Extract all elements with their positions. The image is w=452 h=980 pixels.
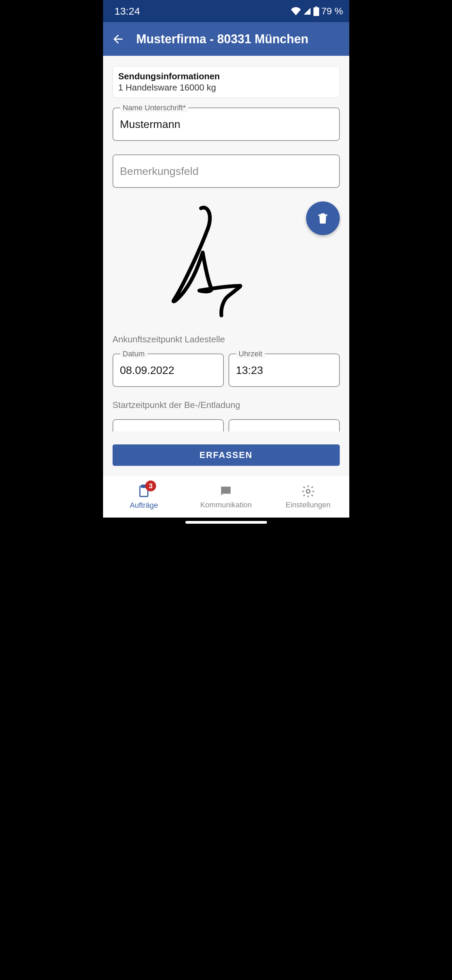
remark-placeholder: Bemerkungsfeld — [120, 165, 198, 178]
status-bar: 13:24 79 % — [103, 0, 349, 22]
signature-name-label: Name Unterschrift* — [120, 103, 189, 112]
arrival-date-value: 08.09.2022 — [120, 364, 174, 377]
arrival-date-label: Datum — [120, 350, 147, 358]
svg-point-4 — [306, 489, 310, 493]
start-time-field[interactable] — [228, 419, 340, 431]
start-date-field[interactable] — [113, 419, 224, 431]
arrival-time-value: 13:23 — [236, 364, 263, 377]
app-bar: Musterfirma - 80331 München — [103, 22, 349, 56]
arrival-section-label: Ankunftszeitpunkt Ladestelle — [113, 334, 340, 345]
shipment-info-subtitle: 1 Handelsware 16000 kg — [118, 82, 334, 93]
remark-field[interactable]: Bemerkungsfeld — [113, 154, 340, 188]
chat-icon — [219, 484, 233, 498]
battery-icon — [313, 6, 319, 16]
nav-communication[interactable]: Kommunikation — [185, 476, 267, 517]
page-title: Musterfirma - 80331 München — [136, 32, 308, 46]
delete-signature-button[interactable] — [306, 202, 340, 235]
wifi-icon — [291, 7, 301, 15]
battery-percent: 79 % — [321, 6, 343, 17]
gesture-pill — [186, 521, 267, 524]
trash-icon — [316, 211, 330, 226]
nav-settings-label: Einstellungen — [286, 501, 331, 509]
nav-orders-label: Aufträge — [130, 501, 158, 510]
start-section-label: Startzeitpunkt der Be-/Entladung — [113, 400, 340, 410]
back-button[interactable] — [109, 30, 127, 48]
signature-name-field[interactable]: Name Unterschrift* Mustermann — [113, 108, 340, 141]
shipment-info-title: Sendungsinformationen — [118, 71, 334, 82]
shipment-info-card[interactable]: Sendungsinformationen 1 Handelsware 1600… — [113, 66, 340, 98]
gear-icon — [301, 484, 315, 498]
nav-settings[interactable]: Einstellungen — [267, 476, 349, 517]
arrival-date-field[interactable]: Datum 08.09.2022 — [113, 353, 224, 387]
signature-name-value: Mustermann — [120, 118, 181, 130]
submit-button[interactable]: ERFASSEN — [113, 444, 340, 466]
status-time: 13:24 — [114, 5, 140, 17]
signature-area[interactable] — [113, 202, 340, 324]
gesture-bar — [103, 517, 349, 531]
signal-icon — [303, 7, 311, 15]
svg-rect-1 — [315, 6, 317, 8]
arrow-left-icon — [111, 32, 125, 46]
nav-orders[interactable]: 3 Aufträge — [103, 476, 185, 517]
arrival-time-label: Uhrzeit — [236, 350, 265, 358]
signature-stroke — [140, 202, 276, 324]
arrival-time-field[interactable]: Uhrzeit 13:23 — [228, 353, 340, 387]
nav-communication-label: Kommunikation — [200, 501, 252, 509]
bottom-nav: 3 Aufträge Kommunikation Einstellungen — [103, 476, 349, 517]
svg-rect-0 — [313, 7, 319, 16]
nav-orders-badge: 3 — [145, 480, 156, 492]
